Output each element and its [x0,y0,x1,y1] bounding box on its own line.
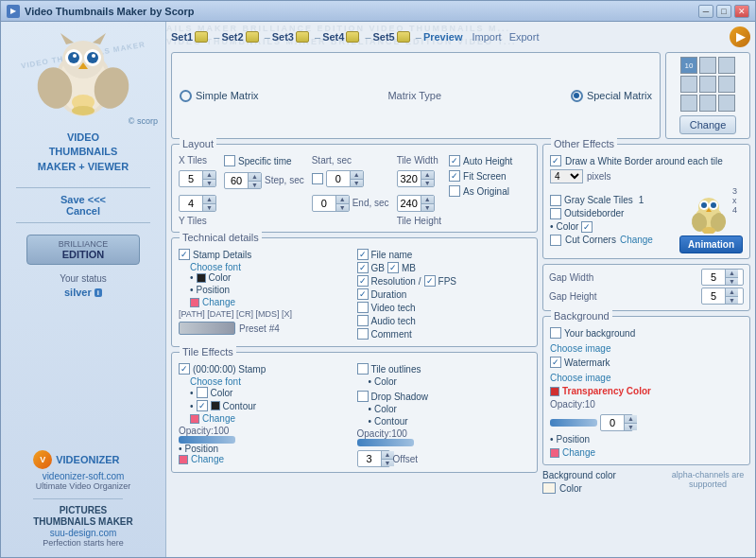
audio-tech-checkbox[interactable] [357,315,369,326]
drop-shadow-row[interactable]: Drop Shadow [357,391,531,402]
choose-image-link[interactable]: Choose image [550,343,743,354]
watermark-row[interactable]: Watermark [550,357,743,368]
gap-width-input[interactable] [702,271,725,283]
y-tiles-spinbox[interactable]: ▲ ▼ [179,195,216,212]
x-tiles-input[interactable] [180,173,202,184]
as-original-checkbox[interactable] [449,185,460,197]
end-up[interactable]: ▲ [335,196,349,204]
file-name-row[interactable]: File name [357,249,531,260]
start-up[interactable]: ▲ [350,171,363,180]
animation-button[interactable]: Animation [679,235,743,253]
fit-screen-checkbox[interactable] [449,170,460,182]
tab-set2[interactable]: Set2 [221,31,258,43]
cut-corners-change[interactable]: Change [620,235,653,245]
te-change-row[interactable]: Change [190,413,352,424]
te-contour-checkbox[interactable] [197,400,208,411]
y-tiles-up[interactable]: ▲ [202,196,215,204]
auto-height-checkbox[interactable] [449,155,460,166]
gray-scale-row[interactable]: Gray Scale Tiles 1 [550,195,675,206]
te-opacity-slider[interactable] [179,436,235,444]
te-stamp-row[interactable]: (00:00:00) Stamp [179,363,352,375]
videonizer-url[interactable]: videonizer-soft.com [33,471,133,481]
save-link[interactable]: Save <<< [60,194,106,205]
bg-color-swatch[interactable] [542,482,556,494]
special-radio[interactable] [571,90,583,102]
shadow-opacity-slider[interactable] [357,439,414,446]
te-change2-row[interactable]: Change [179,454,352,464]
close-button[interactable]: ✕ [734,5,749,18]
tile-outlines-checkbox[interactable] [357,363,369,375]
specific-time-row[interactable]: Specific time [224,155,304,166]
tab-set3[interactable]: Set3 [272,31,309,43]
gb-checkbox[interactable] [357,262,369,273]
tw-up[interactable]: ▲ [421,171,434,180]
gh-up[interactable]: ▲ [725,288,738,297]
tile-height-input[interactable] [398,198,421,209]
change-row[interactable]: Change [190,297,352,307]
audio-tech-row[interactable]: Audio tech [357,315,531,326]
tw-down[interactable]: ▼ [421,180,434,187]
tab-set4[interactable]: Set4 [322,31,359,43]
te-choose-font[interactable]: Choose font [190,376,352,387]
choose-font-link[interactable]: Choose font [190,262,352,272]
stamp-details-checkbox[interactable] [179,249,190,260]
cut-corners-row[interactable]: Cut Corners Change [550,235,675,246]
outside-border-row[interactable]: Outsideborder [550,208,675,219]
fps-checkbox[interactable] [424,275,436,287]
gh-down[interactable]: ▼ [725,297,738,305]
tile-width-input[interactable] [398,173,421,184]
te-stamp-checkbox[interactable] [179,363,190,375]
change-button[interactable]: Change [679,115,737,134]
mb-checkbox[interactable] [387,262,399,273]
gw-up[interactable]: ▲ [725,270,738,278]
your-bg-row[interactable]: Your background [550,327,743,339]
specific-time-checkbox[interactable] [224,155,235,166]
start-input[interactable] [327,173,350,184]
offset-spinbox[interactable]: ▲ ▼ [357,450,390,467]
x-tiles-up[interactable]: ▲ [202,171,215,180]
tab-export[interactable]: Export [509,31,540,43]
gw-down[interactable]: ▼ [725,278,738,286]
cut-corners-checkbox[interactable] [550,235,561,246]
drop-shadow-checkbox[interactable] [357,391,369,402]
gbmb-row[interactable]: GB MB [357,262,531,273]
tile-height-spinbox[interactable]: ▲ ▼ [397,195,435,212]
gap-height-spinbox[interactable]: ▲ ▼ [701,288,744,305]
resolution-row[interactable]: Resolution / FPS [357,275,531,287]
as-original-row[interactable]: As Original [449,185,512,197]
white-border-checkbox[interactable] [550,155,561,166]
gray-scale-checkbox[interactable] [550,195,561,206]
video-tech-row[interactable]: Video tech [357,302,531,313]
x-tiles-spinbox[interactable]: ▲ ▼ [179,170,216,187]
step-spinbox[interactable]: ▲ ▼ [224,172,262,189]
maximize-button[interactable]: □ [716,5,731,18]
th-up[interactable]: ▲ [421,196,434,204]
te-color-checkbox[interactable] [197,387,208,398]
te-contour-row[interactable]: • Contour [190,400,352,411]
bgo-down[interactable]: ▼ [624,424,637,431]
comment-row[interactable]: Comment [357,328,531,340]
offset-down[interactable]: ▼ [381,460,394,467]
tab-set5[interactable]: Set5 [373,31,410,43]
auto-height-row[interactable]: Auto Height [449,155,512,166]
y-tiles-input[interactable] [180,198,202,209]
bgo-up[interactable]: ▲ [624,415,637,424]
pixels-select[interactable]: 4 2 6 8 [550,169,583,183]
start-spinbox[interactable]: ▲ ▼ [326,170,364,187]
gap-height-input[interactable] [702,290,725,302]
end-input[interactable] [313,198,335,209]
your-bg-checkbox[interactable] [550,327,561,339]
special-matrix-option[interactable]: Special Matrix [571,90,652,102]
bg-change-row[interactable]: Change [550,447,743,458]
bg-opacity-slider[interactable] [550,419,597,427]
duration-checkbox[interactable] [357,288,369,300]
tab-set1[interactable]: Set1 [171,31,208,43]
minimize-button[interactable]: ─ [698,5,713,18]
step-up[interactable]: ▲ [248,173,261,182]
choose-image2-link[interactable]: Choose image [550,373,743,383]
video-tech-checkbox[interactable] [357,302,369,313]
watermark-checkbox[interactable] [550,357,561,368]
next-button[interactable]: ▶ [730,26,750,47]
stamp-details-row[interactable]: Stamp Details [179,249,352,260]
th-down[interactable]: ▼ [421,204,434,212]
